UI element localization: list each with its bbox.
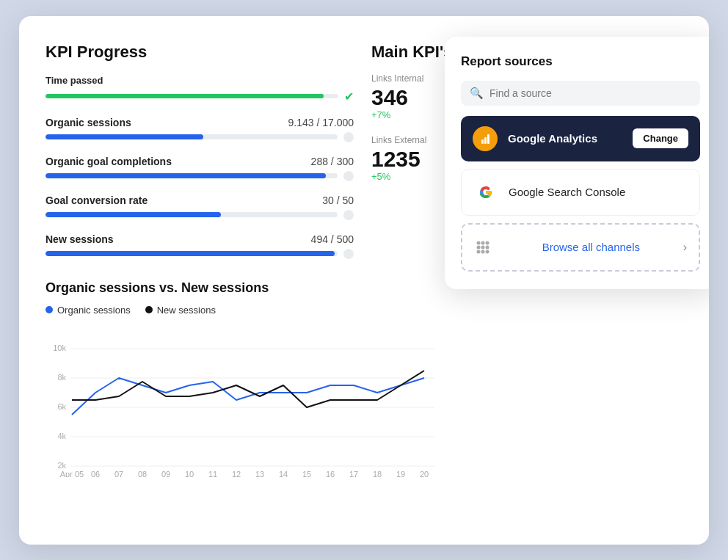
change-source-button[interactable]: Change	[633, 128, 688, 148]
browse-channels-label: Browse all channels	[509, 241, 673, 253]
legend-new: New sessions	[145, 305, 216, 316]
svg-point-12	[477, 250, 481, 253]
chart-svg: 2k 4k 6k 8k 10k Apr 05 06 07 08 09 10 11	[46, 323, 442, 477]
new-sessions-dot	[343, 249, 354, 259]
svg-text:06: 06	[91, 470, 100, 477]
chevron-right-icon: ›	[683, 241, 687, 254]
svg-point-13	[481, 250, 485, 253]
main-card: KPI Progress Time passed ✔ Organic sessi…	[19, 16, 709, 545]
kpi-progress-panel: KPI Progress Time passed ✔ Organic sessi…	[46, 43, 354, 272]
report-sources-panel: Report sources 🔍 Google Analytics Change	[445, 37, 709, 289]
chart-wrap: 2k 4k 6k 8k 10k Apr 05 06 07 08 09 10 11	[46, 323, 442, 477]
legend-new-dot	[145, 306, 153, 313]
conversion-values: 30 / 50	[322, 194, 354, 206]
organic-goal-values: 288 / 300	[311, 156, 354, 167]
svg-point-10	[481, 245, 485, 249]
conversion-dot	[343, 210, 354, 220]
svg-text:20: 20	[420, 470, 429, 477]
organic-goal-label: Organic goal completions	[46, 156, 172, 167]
organic-goal-dot	[343, 171, 354, 181]
svg-text:4k: 4k	[57, 432, 66, 440]
organic-sessions-bar	[46, 134, 203, 139]
svg-text:16: 16	[326, 470, 335, 477]
organic-sessions-values: 9.143 / 17.000	[288, 117, 354, 128]
kpi-row-organic-sessions: Organic sessions 9.143 / 17.000	[46, 117, 354, 142]
svg-text:09: 09	[161, 470, 170, 477]
chart-title: Organic sessions vs. New sessions	[46, 280, 442, 296]
new-sessions-label: New sessions	[46, 233, 114, 245]
kpi-row-organic-goal: Organic goal completions 288 / 300	[46, 156, 354, 181]
svg-rect-3	[487, 134, 489, 144]
time-passed-bar-wrap: ✔	[46, 90, 354, 103]
check-icon: ✔	[344, 90, 354, 103]
conversion-bar	[46, 212, 221, 217]
svg-text:08: 08	[138, 470, 147, 477]
time-passed-bar-fill	[46, 94, 324, 98]
svg-text:10: 10	[185, 470, 194, 477]
browse-channels-icon	[474, 235, 499, 260]
svg-point-6	[477, 241, 481, 244]
svg-text:2k: 2k	[57, 461, 66, 470]
chart-legend: Organic sessions New sessions	[46, 305, 442, 316]
svg-text:8k: 8k	[57, 373, 66, 382]
new-sessions-bar	[46, 251, 335, 256]
report-sources-title: Report sources	[461, 54, 700, 69]
google-search-console-item[interactable]: G Google Search Console	[461, 169, 700, 216]
svg-rect-1	[481, 139, 484, 144]
chart-section: Organic sessions vs. New sessions Organi…	[46, 280, 442, 477]
legend-organic-dot	[46, 306, 53, 313]
svg-text:10k: 10k	[53, 343, 66, 352]
kpi-progress-title: KPI Progress	[46, 43, 354, 62]
svg-text:18: 18	[373, 470, 382, 477]
kpi-rows: Time passed ✔ Organic sessions 9.143 / 1…	[46, 75, 354, 259]
time-passed-label: Time passed	[46, 75, 354, 86]
new-sessions-values: 494 / 500	[311, 233, 354, 245]
svg-text:Apr 05: Apr 05	[60, 470, 84, 477]
svg-text:07: 07	[114, 470, 123, 477]
svg-point-9	[477, 245, 481, 249]
kpi-row-new-sessions: New sessions 494 / 500	[46, 233, 354, 259]
organic-sessions-label: Organic sessions	[46, 117, 131, 128]
svg-point-8	[486, 241, 489, 244]
svg-point-11	[486, 245, 489, 249]
google-search-console-name: Google Search Console	[509, 186, 688, 198]
svg-text:17: 17	[349, 470, 358, 477]
svg-text:6k: 6k	[57, 402, 66, 411]
report-sources-search[interactable]: 🔍	[461, 81, 700, 106]
legend-organic-label: Organic sessions	[57, 305, 131, 316]
svg-text:15: 15	[302, 470, 311, 477]
svg-rect-2	[484, 137, 487, 144]
svg-point-14	[486, 250, 489, 253]
svg-text:19: 19	[396, 470, 405, 477]
organic-sessions-dot	[343, 132, 354, 142]
svg-text:11: 11	[208, 470, 217, 477]
find-source-input[interactable]	[489, 87, 691, 99]
conversion-label: Goal conversion rate	[46, 194, 148, 206]
google-search-console-icon: G	[473, 180, 498, 205]
svg-text:12: 12	[232, 470, 241, 477]
svg-text:13: 13	[255, 470, 264, 477]
time-passed-bar	[46, 94, 338, 98]
google-analytics-name: Google Analytics	[508, 132, 622, 145]
google-analytics-icon	[473, 126, 498, 151]
google-analytics-item[interactable]: Google Analytics Change	[461, 116, 700, 161]
kpi-row-conversion: Goal conversion rate 30 / 50	[46, 194, 354, 220]
search-icon: 🔍	[470, 87, 484, 100]
legend-new-label: New sessions	[157, 305, 216, 316]
legend-organic: Organic sessions	[46, 305, 131, 316]
browse-all-channels-button[interactable]: Browse all channels ›	[461, 223, 700, 272]
organic-goal-bar	[46, 173, 326, 178]
svg-text:14: 14	[279, 470, 288, 477]
svg-point-7	[481, 241, 485, 244]
